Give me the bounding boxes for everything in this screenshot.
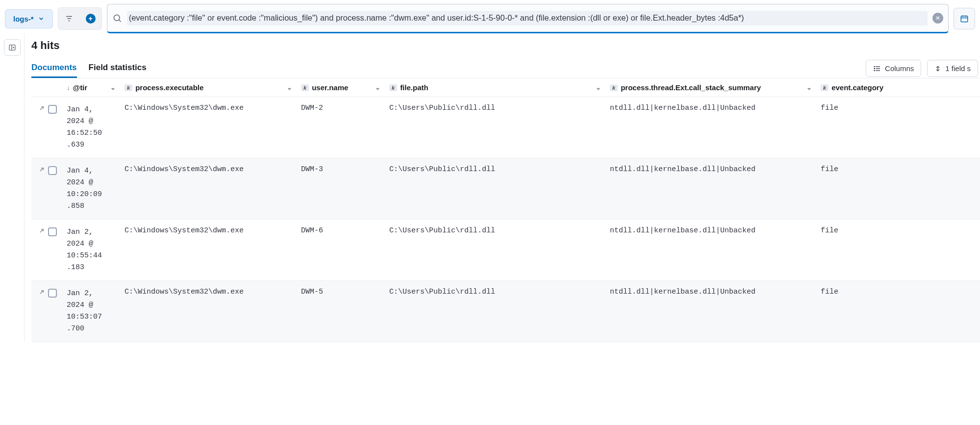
sort-label: 1 field s [945, 64, 971, 73]
column-file-path[interactable]: k file.path ⌄ [389, 83, 610, 92]
cell-call-stack: ntdll.dll|kernelbase.dll|Unbacked [610, 165, 821, 174]
table-row: Jan 2,2024 @10:53:07.700C:\Windows\Syste… [31, 281, 980, 342]
list-icon [873, 65, 881, 73]
cell-user-name: DWM-5 [301, 288, 389, 296]
row-checkbox[interactable] [48, 227, 57, 236]
keyword-badge: k [125, 84, 132, 91]
sort-desc-icon: ↓ [67, 84, 70, 91]
cell-timestamp: Jan 2,2024 @10:53:07.700 [67, 288, 125, 335]
cell-file-path: C:\Users\Public\rdll.dll [389, 165, 610, 174]
columns-button[interactable]: Columns [866, 60, 921, 77]
chevron-down-icon[interactable]: ⌄ [110, 84, 125, 91]
cell-process-executable: C:\Windows\System32\dwm.exe [125, 104, 301, 112]
cell-process-executable: C:\Windows\System32\dwm.exe [125, 165, 301, 174]
date-picker-button[interactable] [954, 8, 975, 29]
add-filter-button[interactable]: + [80, 8, 101, 29]
expand-icon[interactable] [37, 228, 44, 235]
cell-event-category: file [821, 226, 980, 235]
cell-call-stack: ntdll.dll|kernelbase.dll|Unbacked [610, 226, 821, 235]
table-row: Jan 4,2024 @10:20:09.858C:\Windows\Syste… [31, 158, 980, 220]
tab-documents[interactable]: Documents [31, 59, 77, 78]
cell-user-name: DWM-2 [301, 104, 389, 112]
toggle-sidebar-button[interactable] [4, 39, 21, 56]
svg-line-18 [40, 107, 43, 110]
data-view-selector[interactable]: logs-* [5, 9, 53, 28]
cell-timestamp: Jan 2,2024 @10:55:44.183 [67, 226, 125, 274]
cell-event-category: file [821, 104, 980, 112]
svg-point-16 [874, 70, 875, 71]
cell-process-executable: C:\Windows\System32\dwm.exe [125, 226, 301, 235]
cell-timestamp: Jan 4,2024 @10:20:09.858 [67, 165, 125, 212]
cell-call-stack: ntdll.dll|kernelbase.dll|Unbacked [610, 288, 821, 296]
query-text[interactable]: (event.category :"file" or event.code :"… [127, 11, 928, 25]
column-timestamp[interactable]: ↓ @tir ⌄ [67, 83, 125, 92]
cell-timestamp: Jan 4,2024 @16:52:50.639 [67, 104, 125, 151]
hits-count: 4 hits [31, 39, 980, 52]
plus-icon: + [86, 14, 96, 24]
cell-event-category: file [821, 165, 980, 174]
row-checkbox[interactable] [48, 289, 57, 298]
svg-line-19 [40, 168, 43, 171]
column-process-executable[interactable]: k process.executable ⌄ [125, 83, 301, 92]
svg-line-4 [119, 20, 121, 22]
expand-icon[interactable] [37, 106, 44, 113]
svg-line-20 [40, 229, 43, 232]
cell-event-category: file [821, 288, 980, 296]
cell-call-stack: ntdll.dll|kernelbase.dll|Unbacked [610, 104, 821, 112]
sort-button[interactable]: 1 field s [927, 60, 978, 77]
table-row: Jan 4,2024 @16:52:50.639C:\Windows\Syste… [31, 97, 980, 158]
keyword-badge: k [301, 84, 309, 91]
clear-query-button[interactable]: ✕ [932, 13, 943, 24]
chevron-down-icon[interactable]: ⌄ [806, 84, 821, 91]
filter-button[interactable] [58, 8, 80, 29]
cell-process-executable: C:\Windows\System32\dwm.exe [125, 288, 301, 296]
cell-file-path: C:\Users\Public\rdll.dll [389, 288, 610, 296]
table-row: Jan 2,2024 @10:55:44.183C:\Windows\Syste… [31, 220, 980, 281]
chevron-down-icon[interactable]: ⌄ [596, 84, 610, 91]
cell-user-name: DWM-3 [301, 165, 389, 174]
cell-user-name: DWM-6 [301, 226, 389, 235]
table-header: ↓ @tir ⌄ k process.executable ⌄ k user.n… [31, 78, 980, 97]
keyword-badge: k [821, 84, 829, 91]
column-event-category[interactable]: k event.category [821, 83, 980, 92]
tab-field-statistics[interactable]: Field statistics [89, 59, 147, 78]
svg-line-21 [40, 291, 43, 294]
query-bar[interactable]: (event.category :"file" or event.code :"… [107, 4, 949, 33]
data-view-label: logs-* [13, 15, 34, 23]
keyword-badge: k [610, 84, 618, 91]
chevron-down-icon[interactable]: ⌄ [287, 84, 301, 91]
sort-icon [934, 65, 941, 72]
cell-file-path: C:\Users\Public\rdll.dll [389, 226, 610, 235]
svg-rect-5 [961, 16, 968, 22]
search-icon [112, 13, 122, 23]
chevron-down-icon[interactable]: ⌄ [375, 84, 389, 91]
columns-label: Columns [885, 64, 914, 73]
svg-point-14 [874, 66, 875, 67]
row-checkbox[interactable] [48, 105, 57, 114]
expand-icon[interactable] [37, 290, 44, 297]
row-checkbox[interactable] [48, 166, 57, 175]
chevron-down-icon [38, 15, 45, 22]
svg-point-3 [114, 15, 120, 21]
keyword-badge: k [389, 84, 397, 91]
svg-point-15 [874, 68, 875, 69]
expand-icon[interactable] [37, 167, 44, 174]
cell-file-path: C:\Users\Public\rdll.dll [389, 104, 610, 112]
column-user-name[interactable]: k user.name ⌄ [301, 83, 389, 92]
column-call-stack[interactable]: k process.thread.Ext.call_stack_summary … [610, 83, 821, 92]
